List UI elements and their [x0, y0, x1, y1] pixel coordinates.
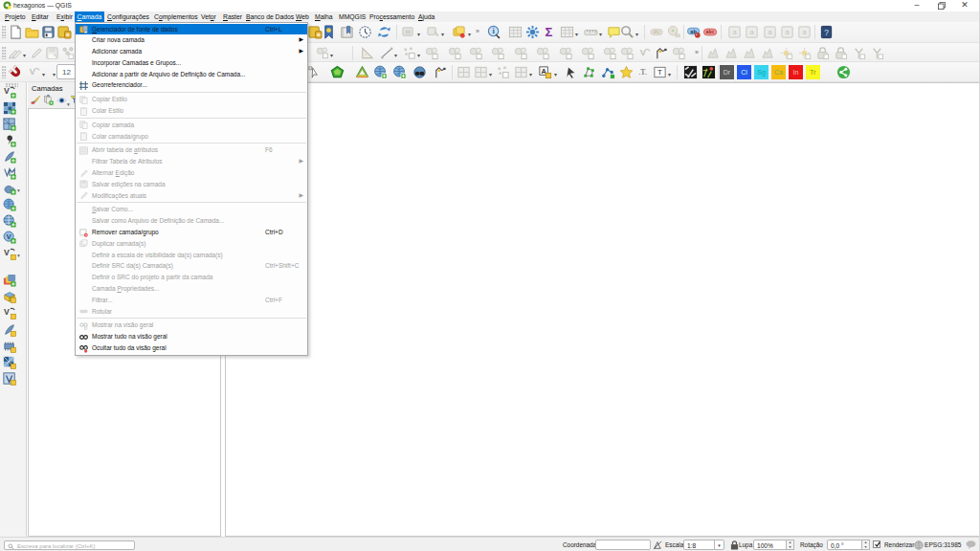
svg-text:?: ? — [824, 28, 829, 37]
svg-text:.T.: .T. — [638, 67, 647, 77]
svg-text:Σ: Σ — [546, 25, 553, 39]
svg-text:abc: abc — [653, 30, 660, 34]
svg-text:T: T — [657, 68, 662, 77]
svg-text:abc: abc — [706, 29, 715, 34]
svg-text:V: V — [4, 86, 10, 96]
svg-text:V: V — [4, 248, 10, 257]
svg-text:V: V — [4, 307, 10, 317]
